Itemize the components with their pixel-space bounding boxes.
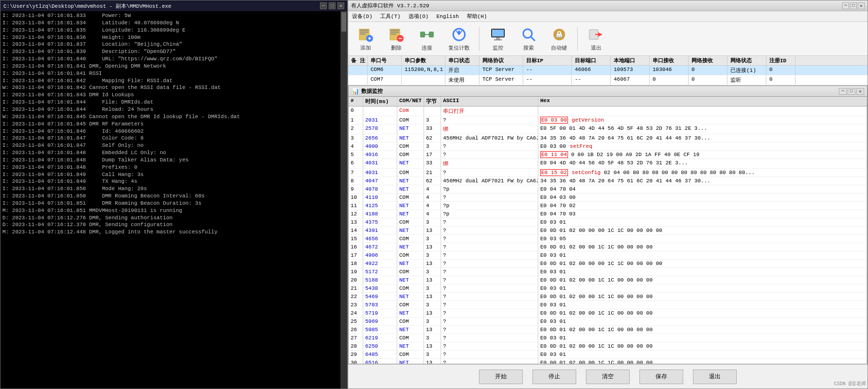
minimize-button[interactable]: ─: [320, 2, 327, 9]
vsp-close-button[interactable]: ✕: [858, 2, 865, 9]
table-row[interactable]: 265985NET13?E0 0D 01 02 00 00 1C 1C 00 0…: [349, 326, 867, 334]
table-row[interactable]: 114125NET4?pE0 04 70 02: [349, 202, 867, 210]
cell-ascii: 456MHz dual ADF7021 FW by CA6J...: [441, 134, 538, 142]
terminal-scrollbar[interactable]: [340, 11, 347, 389]
terminal-line: I: 2023-11-04 07:16:01.844 File: DMRIds.…: [2, 99, 338, 106]
port-row-1[interactable]: COM6 115200,N,8,1 开启 TCP Server -- 46066…: [348, 66, 868, 75]
cell-time: 4031: [363, 159, 397, 168]
table-row[interactable]: 296485COM3?E0 03 01: [349, 351, 867, 359]
stop-button[interactable]: 停止: [532, 370, 576, 384]
connect-label: 连接: [422, 44, 432, 52]
table-row[interactable]: 164672NET13?E0 0D 01 02 00 00 1C 1C 00 0…: [349, 243, 867, 251]
cell-ascii: ?: [441, 251, 538, 259]
reset-count-button[interactable]: 复位计数: [444, 23, 474, 54]
menu-help[interactable]: 帮助(H): [465, 12, 489, 20]
table-row[interactable]: 205188NET13?E0 0D 01 02 00 00 1C 1C 00 0…: [349, 276, 867, 284]
table-row[interactable]: 44000COM3?E0 03 00setFreq: [349, 142, 867, 151]
scroll-thumb[interactable]: [341, 12, 346, 32]
close-button[interactable]: ✕: [337, 2, 344, 9]
table-row[interactable]: 245719NET13?E0 0D 01 02 00 00 1C 1C 00 0…: [349, 309, 867, 318]
table-row[interactable]: 215438COM3?E0 03 01: [349, 284, 867, 293]
cell-bytes: 13: [424, 293, 441, 301]
table-row[interactable]: 286250NET13?E0 0D 01 02 00 00 1C 1C 00 0…: [349, 342, 867, 351]
table-row[interactable]: 12031COM3?E0 03 00getVersion: [349, 116, 867, 124]
cell-bytes: 4: [424, 185, 441, 193]
cell-time: 5172: [363, 268, 397, 276]
port-list-header: 备 注 串口号 串口参数 串口状态 网络协议 目标IP 目标端口 本地端口 串口…: [348, 56, 868, 66]
table-row[interactable]: 255969COM3?E0 03 01: [349, 318, 867, 326]
table-row[interactable]: 104110COM4?E0 04 03 00: [349, 194, 867, 202]
start-button[interactable]: 开始: [479, 370, 523, 384]
delete-button[interactable]: 删除: [383, 23, 409, 54]
data-monitor-close[interactable]: ✕: [856, 88, 864, 95]
table-row[interactable]: 154656COM3?E0 03 05: [349, 235, 867, 243]
menu-options[interactable]: 选项(O): [407, 12, 431, 20]
monitor-button[interactable]: 监控: [484, 23, 511, 54]
exit-button[interactable]: 退出: [583, 23, 609, 54]
table-row[interactable]: 134375COM3?E0 03 01: [349, 218, 867, 227]
cell-ascii: ?: [441, 142, 538, 150]
terminal-line: I: 2023-11-04 07:16:01.847 Self Only: no: [2, 142, 338, 149]
terminal-line: I: 2023-11-04 07:16:01.841 DMR, Opening …: [2, 63, 338, 70]
svg-rect-29: [558, 35, 559, 36]
toolbar-separator-2: [577, 27, 578, 51]
table-row[interactable]: 74031COM21?E0 15 02setConfig 02 04 00 80…: [349, 169, 867, 177]
cell-num: 3: [349, 134, 363, 142]
cell-hex: 34 35 36 4D 48 7A 20 64 75 61 6C 20 41 4…: [538, 134, 867, 142]
cell-comnet: NET: [397, 177, 424, 185]
menu-english[interactable]: English: [434, 13, 461, 20]
table-row[interactable]: 32656NET62456MHz dual ADF7021 FW by CA6J…: [349, 134, 867, 142]
port-row-2[interactable]: COM7 未使用 TCP Server -- -- 46067 0 0 监听 0: [348, 75, 868, 85]
autokey-button[interactable]: 自动键: [546, 23, 572, 54]
maximize-button[interactable]: □: [329, 2, 336, 9]
cell-num: 8: [349, 177, 363, 185]
table-row[interactable]: 184922NET13?E0 0D 01 02 00 00 00 1C 1C 0…: [349, 260, 867, 268]
terminal-line: I: 2023-11-04 07:16:01.848 Embedded LC O…: [2, 149, 338, 157]
table-row[interactable]: 174906COM3?E0 03 01: [349, 251, 867, 260]
cell-ascii: ?: [441, 309, 538, 317]
data-monitor-minimize[interactable]: ─: [839, 88, 847, 95]
table-row[interactable]: 306516NET13?E0 00 01 02 00 00 1C 1C 00 0…: [349, 359, 867, 364]
connect-button[interactable]: 连接: [413, 23, 440, 54]
search-button[interactable]: 搜索: [515, 23, 542, 54]
table-row[interactable]: 22578NET33绑E0 5F 00 01 4D 4D 44 56 4D 5F…: [349, 124, 867, 134]
cell-bytes: 13: [424, 342, 441, 350]
vsp-minimize-button[interactable]: ─: [842, 2, 849, 9]
table-row[interactable]: 64031NET33绑E0 04 4D 4D 44 56 4D 5F 48 53…: [349, 159, 867, 169]
vsp-maximize-button[interactable]: □: [850, 2, 857, 9]
cell-ascii: ?: [441, 359, 538, 364]
port2-targetport: --: [572, 75, 611, 85]
clear-button[interactable]: 清空: [586, 370, 630, 384]
port2-noteid: 0: [766, 75, 796, 85]
table-row[interactable]: 144391NET13?E0 0D 01 02 00 00 00 1C 1C 0…: [349, 227, 867, 235]
table-row[interactable]: 54016COM17?E0 11 04 0 80 1B D2 19 00 A9 …: [349, 151, 867, 159]
cell-bytes: 13: [424, 309, 441, 317]
cell-hex: E0 04 70 03: [538, 210, 867, 218]
cell-ascii: ?: [441, 116, 538, 124]
table-row[interactable]: 235703COM3?E0 03 01: [349, 301, 867, 309]
watermark: CSDN @逗老师: [834, 380, 866, 387]
menu-tools[interactable]: 工具(T): [378, 12, 403, 20]
data-table-body[interactable]: 0Com串口打开12031COM3?E0 03 00getVersion2257…: [349, 106, 867, 364]
menu-device[interactable]: 设备(D): [350, 12, 374, 20]
table-row[interactable]: 84047NET62456MHz dual ADF7021 FW by CA6J…: [349, 177, 867, 185]
save-button[interactable]: 保存: [639, 370, 683, 384]
cell-ascii: ?: [441, 235, 538, 243]
add-icon: [357, 26, 374, 43]
cell-hex: E0 00 01 02 00 00 1C 1C 00 00 00 00: [538, 359, 867, 364]
table-row[interactable]: 276219COM3?E0 03 01: [349, 334, 867, 342]
data-monitor-restore[interactable]: □: [848, 88, 855, 95]
table-row[interactable]: 0Com串口打开: [349, 106, 867, 116]
cell-num: 19: [349, 268, 363, 276]
terminal-line: D: 2023-11-04 07:16:12.276 DMR, Sending …: [2, 214, 338, 222]
table-row[interactable]: 225469NET13?E0 0D 01 02 00 00 1C 1C 00 0…: [349, 293, 867, 301]
add-button[interactable]: 添加: [352, 23, 379, 54]
table-row[interactable]: 94078NET4?pE0 04 70 04: [349, 185, 867, 194]
exit-main-button[interactable]: 退出: [693, 370, 737, 384]
table-row[interactable]: 124188NET4?pE0 04 70 03: [349, 210, 867, 218]
cell-ascii: ?: [441, 276, 538, 284]
table-row[interactable]: 195172COM3?E0 03 01: [349, 268, 867, 276]
terminal-line: I: 2023-11-04 07:16:01.849 Call Hang: 3s: [2, 171, 338, 178]
cell-time: 4031: [363, 169, 397, 177]
svg-rect-15: [425, 34, 429, 35]
